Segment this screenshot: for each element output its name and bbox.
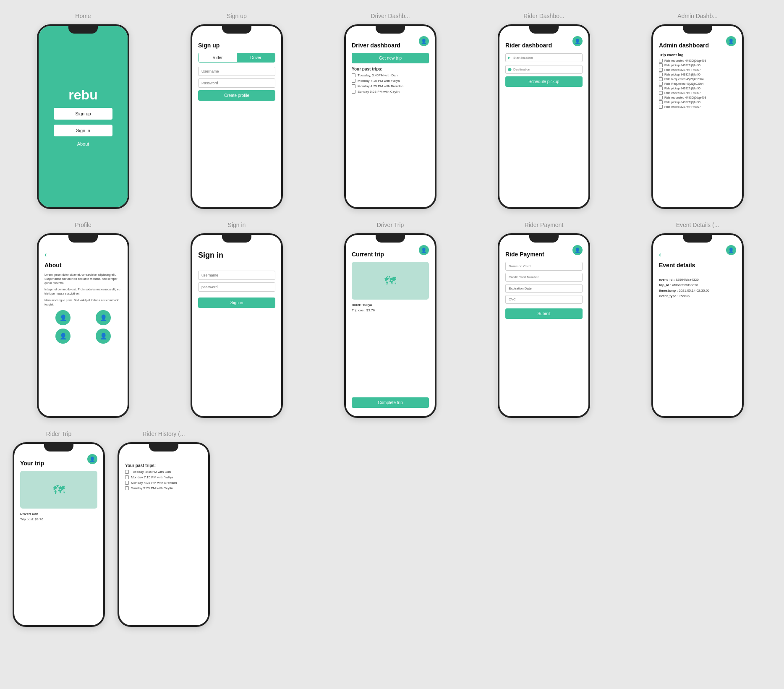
complete-trip-button[interactable]: Complete trip [352, 397, 429, 408]
event-checkbox-3[interactable] [659, 68, 663, 72]
rider-trip-driver: Driver: Dan [20, 512, 97, 516]
driver-trip-user-icon[interactable]: 👤 [419, 245, 429, 255]
event-id-row: event_id : 82904fdsa4320 [659, 278, 736, 282]
event-checkbox-7[interactable] [659, 86, 663, 90]
event-details-user-icon[interactable]: 👤 [726, 245, 736, 255]
home-signup-button[interactable]: Sign up [54, 108, 112, 120]
rider-history-item-3: Monday 4:25 PM with Brendan [125, 481, 202, 485]
history-checkbox-1[interactable] [125, 470, 129, 474]
home-about-link[interactable]: About [77, 141, 89, 146]
home-label: Home [75, 13, 91, 19]
event-item-10: Ride pickup 84932fhj8jful90 [659, 100, 736, 104]
event-checkbox-4[interactable] [659, 73, 663, 76]
event-checkbox-5[interactable] [659, 77, 663, 81]
event-details-screen-wrapper: Event Details (... 👤 ‹ Event details eve… [627, 222, 768, 418]
event-checkbox-9[interactable] [659, 96, 663, 99]
event-checkbox-8[interactable] [659, 91, 663, 95]
trip-id-value: afdb8990fdsa090 [672, 283, 698, 287]
rider-trip-title: Your trip [20, 460, 97, 467]
avatar-1[interactable]: 👤 [55, 310, 71, 325]
driver-past-trips-title: Your past trips: [352, 67, 429, 71]
event-checkbox-6[interactable] [659, 82, 663, 86]
driver-dashboard-get-trip-button[interactable]: Get new trip [352, 53, 429, 63]
event-item-6: Ride Requested 45j21jk029k4 [659, 82, 736, 86]
payment-submit-button[interactable]: Submit [505, 308, 583, 319]
driver-trip-screen-wrapper: Driver Trip 👤 Current trip 🗺 Rider: Yuli… [320, 222, 461, 418]
admin-dashboard-title: Admin dashboard [659, 42, 736, 49]
event-details-back-icon[interactable]: ‹ [659, 251, 661, 258]
history-checkbox-2[interactable] [125, 475, 129, 479]
event-checkbox-2[interactable] [659, 63, 663, 67]
cvc-input[interactable] [505, 295, 583, 304]
name-on-card-input[interactable] [505, 262, 583, 271]
rider-past-trips-title: Your past trips: [125, 463, 202, 468]
avatar-4[interactable]: 👤 [96, 329, 111, 344]
signup-create-button[interactable]: Create profile [198, 90, 275, 101]
driver-dashboard-user-icon[interactable]: 👤 [419, 36, 429, 46]
signin-password-input[interactable] [198, 282, 275, 292]
trip-checkbox-2[interactable] [352, 79, 355, 83]
home-signin-button[interactable]: Sign in [54, 125, 112, 136]
event-type-row: event_type : Pickup [659, 294, 736, 298]
signup-username-input[interactable] [198, 67, 275, 76]
history-checkbox-3[interactable] [125, 481, 129, 485]
destination-icon: ⬤ [508, 68, 512, 71]
rider-trip-screen-wrapper: Rider Trip 👤 Your trip 🗺 Driver: Dan Tri… [13, 431, 105, 627]
signin-button[interactable]: Sign in [198, 298, 275, 308]
event-details-label: Event Details (... [676, 222, 719, 228]
event-checkbox-10[interactable] [659, 100, 663, 104]
expiry-select[interactable]: Expiration Date [505, 284, 583, 293]
profile-phone: ‹ About Lorem ipsum dolor sit amet, cons… [37, 233, 129, 418]
driver-dashboard-screen-wrapper: Driver Dashb... 👤 Driver dashboard Get n… [320, 13, 461, 209]
schedule-pickup-button[interactable]: Schedule pickup [505, 76, 583, 87]
profile-title: About [44, 262, 122, 269]
history-checkbox-4[interactable] [125, 486, 129, 490]
destination-input[interactable] [505, 65, 583, 74]
brand-name: rebu [68, 87, 97, 103]
rider-payment-phone: 👤 Ride Payment Expiration Date Submit [498, 233, 590, 418]
start-location-input[interactable] [505, 53, 583, 62]
trip-checkbox-4[interactable] [352, 90, 355, 94]
rider-history-content: Your past trips: Tuesday, 3:45PM with Da… [119, 444, 208, 625]
driver-trip-item-3: Monday 4:25 PM with Brendan [352, 84, 429, 88]
home-screen-wrapper: Home rebu Sign up Sign in About [13, 13, 154, 209]
admin-dashboard-user-icon[interactable]: 👤 [726, 36, 736, 46]
rider-payment-user-icon[interactable]: 👤 [572, 245, 583, 255]
profile-label: Profile [75, 222, 91, 228]
signup-tab-driver[interactable]: Driver [237, 53, 275, 62]
event-item-3: Ride ended 32874fHHf6897 [659, 68, 736, 72]
event-checkbox-11[interactable] [659, 105, 663, 109]
timestamp-row: timestamp : 2021.05.14 02:35:05 [659, 289, 736, 292]
signup-password-input[interactable] [198, 78, 275, 88]
driver-trip-content: 👤 Current trip 🗺 Rider: Yuliya Trip cost… [346, 235, 435, 416]
signin-username-input[interactable] [198, 271, 275, 280]
credit-card-input[interactable] [505, 273, 583, 282]
rider-map-icon: 🗺 [53, 483, 65, 497]
profile-back-icon[interactable]: ‹ [44, 251, 47, 258]
signup-content: Sign up Rider Driver Create profile [192, 26, 281, 207]
driver-trip-title: Current trip [352, 251, 429, 258]
profile-screen-wrapper: Profile ‹ About Lorem ipsum dolor sit am… [13, 222, 154, 418]
avatar-2[interactable]: 👤 [96, 310, 111, 325]
signup-phone: Sign up Rider Driver Create profile [191, 24, 283, 209]
event-item-2: Ride pickup 84932fhj8jful90 [659, 63, 736, 67]
map-icon: 🗺 [384, 274, 396, 288]
trip-checkbox-1[interactable] [352, 73, 355, 77]
driver-trip-cost: Trip cost: $3.76 [352, 308, 429, 312]
signup-screen-wrapper: Sign up Sign up Rider Driver Create prof… [166, 13, 307, 209]
event-item-1: Ride requested 44930fj0dqa463 [659, 59, 736, 63]
home-phone: rebu Sign up Sign in About [37, 24, 129, 209]
rider-history-item-2: Monday 7:15 PM with Yuliya [125, 475, 202, 479]
event-id-value: 82904fdsa4320 [676, 278, 699, 282]
event-item-8: Ride ended 32874fHHf6897 [659, 91, 736, 95]
signup-tab-rider[interactable]: Rider [199, 53, 237, 62]
rider-payment-label: Rider Payment [525, 222, 564, 228]
rider-trip-user-icon[interactable]: 👤 [87, 454, 97, 464]
about-para-3: Nam ac congue justo. Sed volutpat tortor… [44, 298, 122, 307]
signin-title: Sign in [198, 251, 275, 260]
rider-trip-map: 🗺 [20, 471, 97, 509]
event-checkbox-1[interactable] [659, 59, 663, 63]
avatar-3[interactable]: 👤 [55, 329, 71, 344]
rider-dashboard-user-icon[interactable]: 👤 [572, 36, 583, 46]
trip-checkbox-3[interactable] [352, 84, 355, 88]
